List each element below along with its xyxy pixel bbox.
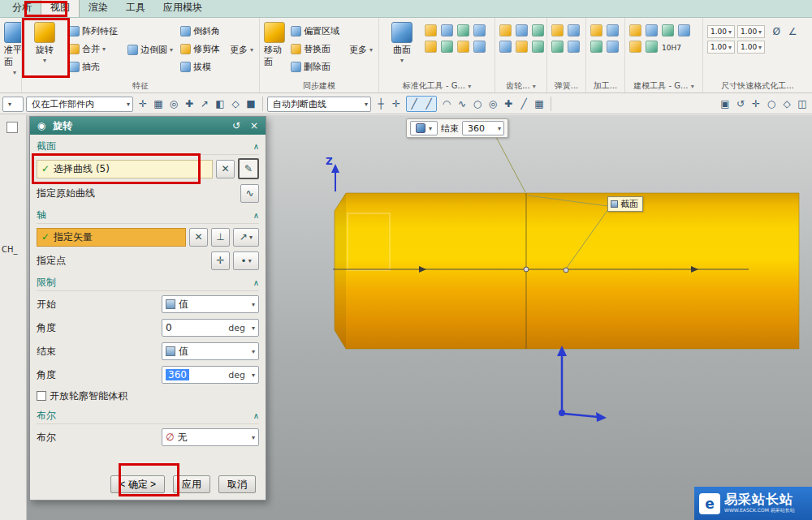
modeling-tool-icon[interactable] — [629, 41, 641, 53]
std-tool-icon[interactable] — [457, 24, 469, 37]
datum-plane-icon[interactable]: ◇ — [228, 97, 243, 111]
line-icon[interactable]: ╱ — [516, 97, 531, 111]
tab-tools[interactable]: 工具 — [117, 0, 154, 17]
cancel-button[interactable]: 取消 — [218, 475, 256, 493]
modeling-tool-icon[interactable] — [678, 24, 690, 37]
dialog-titlebar[interactable]: ◉ 旋转 ↺ × — [30, 117, 266, 135]
rotate-view-icon[interactable]: ↺ — [733, 97, 748, 111]
std-tool-icon[interactable] — [473, 41, 486, 53]
sketch-section-button[interactable]: ✎ — [238, 158, 259, 179]
modeling-tool-icon[interactable] — [646, 24, 658, 37]
datum-plane-button[interactable]: 准平面 ▾ — [4, 20, 22, 76]
tab-analysis[interactable]: 分析 — [3, 0, 41, 17]
std-tool-icon[interactable] — [441, 24, 453, 37]
dim-value-button[interactable]: 1.00 ▾ — [737, 25, 765, 38]
arc-icon[interactable]: ◠ — [439, 97, 454, 111]
line-tool-icon[interactable]: ╱ — [407, 97, 421, 111]
offset-region-button[interactable]: 偏置区域 — [289, 23, 343, 39]
plus-icon[interactable]: ✛ — [389, 97, 404, 111]
start-angle-input[interactable]: 0 deg ▾ — [162, 319, 259, 337]
circle-icon[interactable]: ○ — [470, 97, 485, 111]
dialog-close-icon[interactable]: × — [248, 120, 261, 131]
more-button[interactable]: 更多 ▾ — [228, 42, 255, 58]
end-angle-dropdown[interactable]: 360 ▾ — [462, 121, 504, 135]
modeling-tool-icon[interactable] — [629, 24, 641, 37]
replace-face-button[interactable]: 替换面 — [289, 41, 343, 57]
window-icon[interactable]: ▣ — [718, 97, 732, 111]
std-tool-icon[interactable] — [441, 41, 453, 53]
machining-tool-icon[interactable] — [590, 41, 603, 53]
section-annotation-tag[interactable]: 截面 — [607, 196, 643, 212]
gear-tool-icon[interactable] — [499, 41, 512, 53]
std-tool-icon[interactable] — [457, 41, 469, 53]
spring-tool-icon[interactable] — [551, 41, 564, 53]
trim-body-button[interactable]: 修剪体 — [179, 41, 224, 57]
specify-vector-field[interactable]: ✓ 指定矢量 — [37, 228, 186, 247]
std-tool-icon[interactable] — [425, 24, 437, 37]
chamfer-button[interactable]: 倒斜角 — [179, 23, 224, 39]
spring-tool-icon[interactable] — [568, 24, 580, 37]
tolerance-value[interactable]: 10H7 — [662, 44, 692, 52]
move-face-button[interactable]: 移动面 — [264, 20, 285, 68]
tab-render[interactable]: 渲染 — [80, 0, 117, 17]
deselect-curve-button[interactable]: ✕ — [216, 160, 235, 178]
ellipse-icon[interactable]: ◎ — [486, 97, 500, 111]
type-filter-dropdown[interactable]: ▾ — [2, 97, 24, 112]
apply-button[interactable]: 应用 — [173, 475, 210, 493]
pattern-feature-button[interactable]: 阵列特征 — [67, 23, 122, 39]
revolve-button[interactable]: 旋转 ▾ — [26, 20, 63, 64]
point-constructor-icon[interactable]: ┼ — [374, 97, 388, 111]
machining-tool-icon[interactable] — [607, 41, 619, 53]
original-curve-button[interactable]: ∿ — [240, 184, 259, 203]
gear-tool-icon[interactable] — [499, 24, 512, 37]
zoom-view-icon[interactable]: ○ — [764, 97, 779, 111]
snap-point-icon[interactable]: ◎ — [166, 97, 181, 111]
std-tool-icon[interactable] — [473, 24, 486, 37]
wcs-icon[interactable]: ✚ — [182, 97, 197, 111]
navigator-icon[interactable] — [6, 122, 18, 133]
cross-icon[interactable]: ✚ — [501, 97, 516, 111]
vector-dialog-button[interactable]: ⊥ — [211, 228, 230, 247]
reverse-vector-button[interactable]: ✕ — [189, 228, 208, 247]
vector-type-dropdown[interactable]: ↗ ▾ — [233, 228, 259, 247]
gear-tool-icon[interactable] — [516, 24, 528, 37]
axis-group-header[interactable]: 轴 ∧ — [37, 207, 259, 224]
angle-icon[interactable]: ∠ — [785, 24, 800, 39]
spring-tool-icon[interactable] — [568, 41, 580, 53]
limits-group-header[interactable]: 限制 ∧ — [37, 274, 259, 291]
unite-button[interactable]: 合并 ▾ — [67, 41, 122, 57]
shell-button[interactable]: 抽壳 — [67, 58, 122, 75]
machining-tool-icon[interactable] — [590, 24, 603, 37]
show-hide-icon[interactable]: ◧ — [213, 97, 227, 111]
dim-value-button[interactable]: 1.00 ▾ — [707, 25, 735, 38]
perspective-icon[interactable]: ◇ — [780, 97, 794, 111]
limit-option-dropdown[interactable]: ▾ — [410, 121, 438, 135]
tab-view[interactable]: 视图 — [41, 0, 80, 17]
selection-filter-icon[interactable]: ▦ — [151, 97, 166, 111]
line-tool-alt-icon[interactable]: ╱ — [421, 97, 436, 111]
std-tool-icon[interactable] — [425, 41, 437, 53]
modeling-tool-icon[interactable] — [662, 24, 674, 37]
boolean-group-header[interactable]: 布尔 ∧ — [37, 407, 259, 424]
grid-icon[interactable]: ▦ — [532, 97, 546, 111]
edge-blend-button[interactable]: 边倒圆 ▾ — [126, 42, 175, 58]
pan-view-icon[interactable]: ✛ — [749, 97, 763, 111]
point-dialog-button[interactable]: ✛ — [211, 251, 230, 270]
ok-button[interactable]: < 确定 > — [110, 475, 165, 493]
delete-face-button[interactable]: 删除面 — [289, 58, 343, 75]
solid-body-icon[interactable]: ■ — [244, 97, 258, 111]
end-angle-input[interactable]: 360 deg ▾ — [162, 366, 259, 384]
dim-value-button[interactable]: 1.00 ▾ — [707, 41, 735, 54]
draft-button[interactable]: 拔模 — [179, 58, 224, 75]
gear-tool-icon[interactable] — [516, 41, 528, 53]
dim-value-button[interactable]: 1.00 ▾ — [737, 41, 765, 54]
section-view-icon[interactable]: ◫ — [795, 97, 810, 111]
selection-scope-dropdown[interactable]: 仅在工作部件内 ▾ — [26, 97, 133, 112]
point-type-dropdown[interactable]: ∙ ▾ — [233, 251, 259, 270]
more-button[interactable]: 更多 ▾ — [348, 42, 374, 58]
end-limit-dropdown[interactable]: 值 ▾ — [162, 342, 259, 360]
machining-tool-icon[interactable] — [607, 24, 619, 37]
open-profile-checkbox[interactable] — [37, 391, 46, 401]
spline-icon[interactable]: ∿ — [455, 97, 469, 111]
spring-tool-icon[interactable] — [551, 24, 564, 37]
